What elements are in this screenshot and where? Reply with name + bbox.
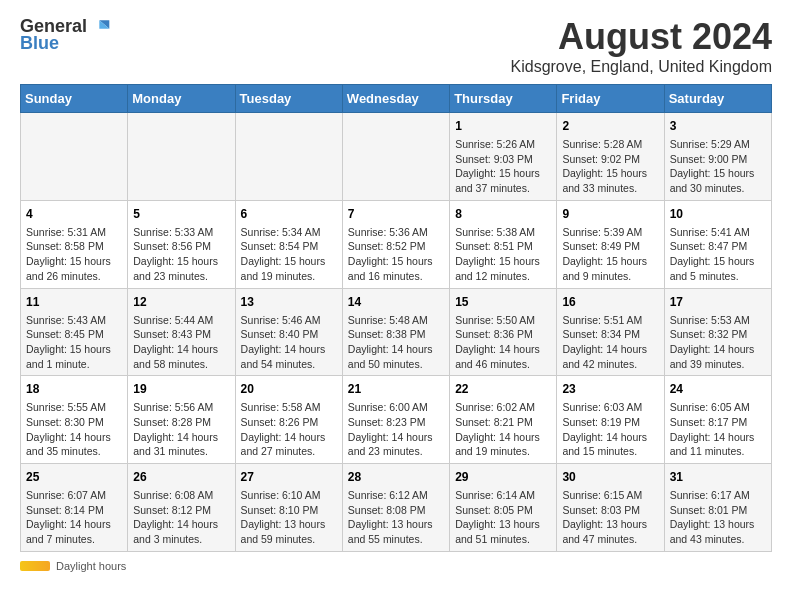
header: General Blue August 2024 Kidsgrove, Engl… (20, 16, 772, 76)
calendar-cell: 18Sunrise: 5:55 AM Sunset: 8:30 PM Dayli… (21, 376, 128, 464)
day-info: Sunrise: 5:46 AM Sunset: 8:40 PM Dayligh… (241, 313, 337, 372)
day-info: Sunrise: 5:44 AM Sunset: 8:43 PM Dayligh… (133, 313, 229, 372)
footer-note: Daylight hours (20, 560, 772, 572)
day-number: 15 (455, 293, 551, 311)
day-number: 23 (562, 380, 658, 398)
calendar-cell: 17Sunrise: 5:53 AM Sunset: 8:32 PM Dayli… (664, 288, 771, 376)
day-info: Sunrise: 6:14 AM Sunset: 8:05 PM Dayligh… (455, 488, 551, 547)
calendar-cell: 31Sunrise: 6:17 AM Sunset: 8:01 PM Dayli… (664, 464, 771, 552)
day-info: Sunrise: 6:03 AM Sunset: 8:19 PM Dayligh… (562, 400, 658, 459)
day-info: Sunrise: 6:05 AM Sunset: 8:17 PM Dayligh… (670, 400, 766, 459)
day-number: 2 (562, 117, 658, 135)
calendar-cell: 5Sunrise: 5:33 AM Sunset: 8:56 PM Daylig… (128, 200, 235, 288)
day-info: Sunrise: 5:55 AM Sunset: 8:30 PM Dayligh… (26, 400, 122, 459)
day-number: 27 (241, 468, 337, 486)
calendar-week-row: 18Sunrise: 5:55 AM Sunset: 8:30 PM Dayli… (21, 376, 772, 464)
day-info: Sunrise: 5:33 AM Sunset: 8:56 PM Dayligh… (133, 225, 229, 284)
day-number: 10 (670, 205, 766, 223)
location-title: Kidsgrove, England, United Kingdom (511, 58, 773, 76)
daylight-label: Daylight hours (56, 560, 126, 572)
calendar-header-thursday: Thursday (450, 85, 557, 113)
calendar-cell: 10Sunrise: 5:41 AM Sunset: 8:47 PM Dayli… (664, 200, 771, 288)
calendar-header-row: SundayMondayTuesdayWednesdayThursdayFrid… (21, 85, 772, 113)
logo-blue: Blue (20, 33, 59, 54)
calendar-cell: 29Sunrise: 6:14 AM Sunset: 8:05 PM Dayli… (450, 464, 557, 552)
day-info: Sunrise: 5:38 AM Sunset: 8:51 PM Dayligh… (455, 225, 551, 284)
day-number: 26 (133, 468, 229, 486)
calendar-header-monday: Monday (128, 85, 235, 113)
calendar-cell: 23Sunrise: 6:03 AM Sunset: 8:19 PM Dayli… (557, 376, 664, 464)
day-number: 13 (241, 293, 337, 311)
day-number: 25 (26, 468, 122, 486)
day-number: 12 (133, 293, 229, 311)
calendar-cell: 20Sunrise: 5:58 AM Sunset: 8:26 PM Dayli… (235, 376, 342, 464)
day-info: Sunrise: 5:31 AM Sunset: 8:58 PM Dayligh… (26, 225, 122, 284)
calendar-cell: 24Sunrise: 6:05 AM Sunset: 8:17 PM Dayli… (664, 376, 771, 464)
month-title: August 2024 (511, 16, 773, 58)
day-info: Sunrise: 5:29 AM Sunset: 9:00 PM Dayligh… (670, 137, 766, 196)
day-info: Sunrise: 5:51 AM Sunset: 8:34 PM Dayligh… (562, 313, 658, 372)
calendar-cell: 27Sunrise: 6:10 AM Sunset: 8:10 PM Dayli… (235, 464, 342, 552)
calendar-cell: 6Sunrise: 5:34 AM Sunset: 8:54 PM Daylig… (235, 200, 342, 288)
day-number: 21 (348, 380, 444, 398)
day-number: 4 (26, 205, 122, 223)
day-number: 14 (348, 293, 444, 311)
calendar-cell: 11Sunrise: 5:43 AM Sunset: 8:45 PM Dayli… (21, 288, 128, 376)
calendar-cell: 2Sunrise: 5:28 AM Sunset: 9:02 PM Daylig… (557, 113, 664, 201)
calendar-cell: 21Sunrise: 6:00 AM Sunset: 8:23 PM Dayli… (342, 376, 449, 464)
calendar-cell: 7Sunrise: 5:36 AM Sunset: 8:52 PM Daylig… (342, 200, 449, 288)
day-info: Sunrise: 5:36 AM Sunset: 8:52 PM Dayligh… (348, 225, 444, 284)
day-info: Sunrise: 5:28 AM Sunset: 9:02 PM Dayligh… (562, 137, 658, 196)
calendar-cell: 14Sunrise: 5:48 AM Sunset: 8:38 PM Dayli… (342, 288, 449, 376)
calendar-header-friday: Friday (557, 85, 664, 113)
day-number: 31 (670, 468, 766, 486)
day-info: Sunrise: 5:43 AM Sunset: 8:45 PM Dayligh… (26, 313, 122, 372)
day-number: 6 (241, 205, 337, 223)
day-number: 1 (455, 117, 551, 135)
calendar-cell: 22Sunrise: 6:02 AM Sunset: 8:21 PM Dayli… (450, 376, 557, 464)
day-info: Sunrise: 5:53 AM Sunset: 8:32 PM Dayligh… (670, 313, 766, 372)
day-info: Sunrise: 6:08 AM Sunset: 8:12 PM Dayligh… (133, 488, 229, 547)
calendar-table: SundayMondayTuesdayWednesdayThursdayFrid… (20, 84, 772, 552)
day-number: 5 (133, 205, 229, 223)
calendar-header-saturday: Saturday (664, 85, 771, 113)
calendar-header-tuesday: Tuesday (235, 85, 342, 113)
day-info: Sunrise: 5:58 AM Sunset: 8:26 PM Dayligh… (241, 400, 337, 459)
day-number: 16 (562, 293, 658, 311)
day-info: Sunrise: 6:00 AM Sunset: 8:23 PM Dayligh… (348, 400, 444, 459)
calendar-cell (235, 113, 342, 201)
calendar-cell: 3Sunrise: 5:29 AM Sunset: 9:00 PM Daylig… (664, 113, 771, 201)
day-info: Sunrise: 6:07 AM Sunset: 8:14 PM Dayligh… (26, 488, 122, 547)
day-info: Sunrise: 6:10 AM Sunset: 8:10 PM Dayligh… (241, 488, 337, 547)
calendar-cell: 9Sunrise: 5:39 AM Sunset: 8:49 PM Daylig… (557, 200, 664, 288)
day-info: Sunrise: 6:15 AM Sunset: 8:03 PM Dayligh… (562, 488, 658, 547)
day-info: Sunrise: 5:56 AM Sunset: 8:28 PM Dayligh… (133, 400, 229, 459)
day-number: 20 (241, 380, 337, 398)
day-number: 28 (348, 468, 444, 486)
calendar-cell: 28Sunrise: 6:12 AM Sunset: 8:08 PM Dayli… (342, 464, 449, 552)
day-number: 7 (348, 205, 444, 223)
calendar-week-row: 11Sunrise: 5:43 AM Sunset: 8:45 PM Dayli… (21, 288, 772, 376)
day-number: 30 (562, 468, 658, 486)
day-number: 29 (455, 468, 551, 486)
day-info: Sunrise: 6:12 AM Sunset: 8:08 PM Dayligh… (348, 488, 444, 547)
day-info: Sunrise: 6:17 AM Sunset: 8:01 PM Dayligh… (670, 488, 766, 547)
calendar-cell: 1Sunrise: 5:26 AM Sunset: 9:03 PM Daylig… (450, 113, 557, 201)
calendar-cell (128, 113, 235, 201)
day-number: 8 (455, 205, 551, 223)
day-info: Sunrise: 5:48 AM Sunset: 8:38 PM Dayligh… (348, 313, 444, 372)
calendar-cell: 26Sunrise: 6:08 AM Sunset: 8:12 PM Dayli… (128, 464, 235, 552)
calendar-header-wednesday: Wednesday (342, 85, 449, 113)
day-number: 22 (455, 380, 551, 398)
day-info: Sunrise: 5:50 AM Sunset: 8:36 PM Dayligh… (455, 313, 551, 372)
logo: General Blue (20, 16, 111, 54)
day-info: Sunrise: 5:26 AM Sunset: 9:03 PM Dayligh… (455, 137, 551, 196)
calendar-cell: 4Sunrise: 5:31 AM Sunset: 8:58 PM Daylig… (21, 200, 128, 288)
calendar-header-sunday: Sunday (21, 85, 128, 113)
calendar-cell: 16Sunrise: 5:51 AM Sunset: 8:34 PM Dayli… (557, 288, 664, 376)
day-number: 17 (670, 293, 766, 311)
calendar-cell: 15Sunrise: 5:50 AM Sunset: 8:36 PM Dayli… (450, 288, 557, 376)
day-number: 11 (26, 293, 122, 311)
day-number: 9 (562, 205, 658, 223)
title-area: August 2024 Kidsgrove, England, United K… (511, 16, 773, 76)
